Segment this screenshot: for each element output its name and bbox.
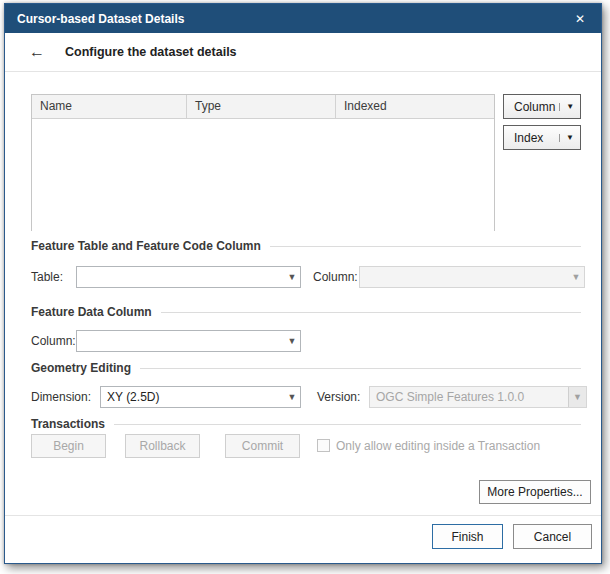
chevron-down-icon: ▼ — [559, 103, 574, 111]
combo-arrow-icon: ▼ — [284, 393, 300, 402]
dataset-details-dialog: Cursor-based Dataset Details ✕ ← Configu… — [4, 3, 602, 564]
section-geometry-editing: Geometry Editing — [31, 360, 581, 375]
section-title: Feature Data Column — [31, 305, 152, 319]
feature-table-combobox[interactable]: ▼ — [76, 266, 301, 288]
transaction-only-checkbox-label: Only allow editing inside a Transaction — [336, 434, 540, 458]
finish-button[interactable]: Finish — [432, 524, 503, 549]
section-title: Transactions — [31, 417, 105, 431]
index-dropdown-label: Index — [514, 131, 555, 145]
dimension-value: XY (2.5D) — [107, 390, 284, 404]
titlebar[interactable]: Cursor-based Dataset Details ✕ — [5, 4, 601, 33]
section-transactions: Transactions — [31, 416, 581, 431]
grid-header-indexed: Indexed — [336, 95, 494, 118]
dimension-label: Dimension: — [31, 386, 91, 408]
rollback-button[interactable]: Rollback — [125, 434, 200, 458]
wizard-header: ← Configure the dataset details — [5, 33, 601, 72]
feature-code-column-label: Column: — [313, 266, 358, 288]
dimension-combobox[interactable]: XY (2.5D) ▼ — [100, 386, 301, 408]
combo-arrow-icon: ▼ — [284, 273, 300, 282]
version-value: OGC Simple Features 1.0.0 — [376, 390, 568, 404]
cancel-button[interactable]: Cancel — [513, 524, 592, 549]
combo-arrow-icon: ▼ — [568, 387, 586, 407]
section-feature-data: Feature Data Column — [31, 304, 581, 319]
columns-grid[interactable]: Name Type Indexed — [31, 94, 495, 231]
version-label: Version: — [317, 386, 360, 408]
page-title: Configure the dataset details — [65, 45, 237, 59]
feature-data-column-combobox[interactable]: ▼ — [76, 330, 301, 352]
section-title: Feature Table and Feature Code Column — [31, 239, 261, 253]
grid-header-type: Type — [187, 95, 336, 118]
index-dropdown-button[interactable]: Index ▼ — [503, 125, 581, 150]
section-title: Geometry Editing — [31, 361, 131, 375]
feature-data-column-label: Column: — [31, 330, 76, 352]
begin-button[interactable]: Begin — [31, 434, 106, 458]
footer-divider — [5, 515, 601, 516]
version-combobox[interactable]: OGC Simple Features 1.0.0 ▼ — [369, 386, 587, 408]
dialog-content: Name Type Indexed Column ▼ Index ▼ Featu… — [5, 72, 601, 563]
combo-arrow-icon: ▼ — [284, 337, 300, 346]
table-label: Table: — [31, 266, 63, 288]
dialog-title: Cursor-based Dataset Details — [17, 12, 571, 26]
grid-header-name: Name — [32, 95, 187, 118]
back-arrow-icon[interactable]: ← — [29, 44, 45, 60]
section-feature-table: Feature Table and Feature Code Column — [31, 238, 581, 253]
section-rule — [114, 424, 581, 425]
section-rule — [140, 368, 581, 369]
close-icon[interactable]: ✕ — [571, 11, 589, 27]
chevron-down-icon: ▼ — [559, 134, 574, 142]
combo-arrow-icon: ▼ — [568, 273, 584, 282]
more-properties-button[interactable]: More Properties... — [479, 480, 591, 504]
column-dropdown-button[interactable]: Column ▼ — [503, 94, 581, 119]
transaction-only-checkbox[interactable] — [317, 439, 330, 452]
feature-code-column-combobox[interactable]: ▼ — [359, 266, 585, 288]
column-dropdown-label: Column — [514, 100, 555, 114]
grid-header-row: Name Type Indexed — [32, 95, 494, 119]
section-rule — [270, 246, 581, 247]
section-rule — [161, 312, 581, 313]
commit-button[interactable]: Commit — [225, 434, 300, 458]
grid-body — [32, 119, 494, 232]
